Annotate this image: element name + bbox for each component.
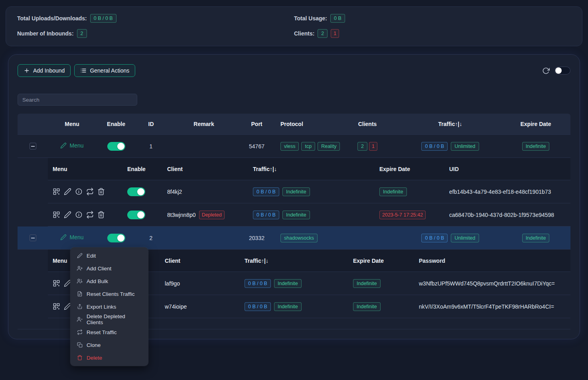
general-actions-button[interactable]: General Actions [74, 64, 135, 77]
col-expire-date: Expire Date [501, 121, 570, 127]
info-icon [75, 211, 83, 219]
menu-item-export-links[interactable]: Export Links [72, 300, 146, 313]
refresh-button[interactable] [542, 67, 550, 75]
menu-item-reset-traffic[interactable]: Reset Traffic [72, 326, 146, 339]
clients-table-header: Menu Enable Client Traffic↑|↓ Expire Dat… [48, 158, 570, 180]
trash-icon [97, 211, 105, 219]
depleted-badge: Depleted [199, 211, 225, 219]
stat-clients: Clients: 2 1 [294, 29, 571, 38]
reset-client-traffic-button[interactable] [86, 188, 94, 195]
col-password: Password [413, 258, 570, 264]
client-info-button[interactable] [75, 188, 83, 195]
col-id: ID [136, 121, 166, 127]
stat-inbounds-label: Number of Inbounds: [17, 30, 74, 37]
inbound-port: 54767 [242, 143, 272, 150]
refresh-icon [542, 67, 550, 75]
stat-uploads-value-badge: 0 B / 0 B [90, 14, 116, 23]
menu-item-add-client[interactable]: Add Client [72, 262, 146, 275]
menu-item-reset-clients-traffic[interactable]: Reset Clients Traffic [72, 287, 146, 300]
stat-number-of-inbounds: Number of Inbounds: 2 [17, 29, 294, 38]
col-menu: Menu [48, 121, 96, 127]
col-port: Port [242, 121, 272, 127]
col-traffic[interactable]: Traffic↑|↓ [399, 121, 501, 127]
qr-code-button[interactable] [53, 211, 60, 219]
add-inbound-button[interactable]: Add Inbound [18, 64, 71, 77]
edit-client-button[interactable] [64, 211, 71, 219]
client-info-button[interactable] [75, 211, 83, 219]
qr-code-button[interactable] [53, 188, 60, 195]
inbound-row-1: Menu 1 54767 vless tcp Reality 2 1 0 B /… [18, 135, 570, 158]
traffic-badge: 0 B / 0 B [245, 279, 271, 288]
client-enable-toggle[interactable] [127, 187, 145, 196]
traffic-limit-badge: Indefinite [274, 302, 302, 311]
traffic-limit-badge: Indefinite [282, 211, 310, 219]
edit-icon [60, 142, 67, 149]
col-traffic[interactable]: Traffic↑|↓ [237, 258, 345, 264]
collapse-row-button[interactable] [30, 234, 36, 241]
menu-item-add-bulk[interactable]: Add Bulk [72, 275, 146, 287]
client-enable-toggle[interactable] [127, 211, 145, 219]
client-password: nkV/I/3XoAm9v6xMT/T5lcrF4TpeTKF98rHARbRo… [413, 303, 570, 310]
menu-item-clone[interactable]: Clone [72, 339, 146, 351]
stat-clients-depleted-badge: 1 [331, 29, 339, 38]
client-row: 8t3wjnn8p0 Depleted 0 B / 0 B Indefinite… [48, 203, 570, 226]
menu-item-delete-depleted-clients[interactable]: Delete Depleted Clients [72, 313, 146, 326]
col-expire-date: Expire Date [345, 258, 413, 264]
stat-usage-value-badge: 0 B [330, 14, 345, 23]
edit-icon [64, 211, 71, 219]
inbound-context-menu: Edit Add Client Add Bulk Reset Clients T… [70, 247, 148, 366]
collapse-row-button[interactable] [30, 143, 36, 150]
enable-toggle[interactable] [107, 234, 125, 242]
edit-client-button[interactable] [64, 188, 71, 195]
inbound-menu-label: Menu [69, 142, 83, 149]
qr-code-button[interactable] [53, 303, 60, 310]
export-icon [77, 304, 83, 309]
copy-icon [77, 342, 83, 348]
inbound-menu-trigger[interactable]: Menu [60, 142, 83, 149]
qr-code-button[interactable] [53, 280, 60, 287]
enable-toggle[interactable] [107, 142, 125, 151]
protocol-tag: vless [280, 142, 299, 151]
traffic-limit-badge: Unlimited [451, 142, 479, 151]
delete-client-button[interactable] [97, 211, 105, 219]
stat-total-uploads-downloads: Total Uploads/Downloads: 0 B / 0 B [17, 14, 294, 23]
reset-client-traffic-button[interactable] [86, 211, 94, 219]
col-client: Client [160, 166, 246, 172]
inbound-id: 1 [136, 143, 166, 150]
client-actions [48, 188, 122, 195]
edit-icon [60, 234, 67, 240]
client-name: 8t3wjnn8p0 [167, 212, 196, 218]
traffic-badge: 0 B / 0 B [421, 234, 448, 242]
dark-mode-toggle[interactable] [554, 67, 570, 75]
general-actions-label: General Actions [90, 67, 129, 74]
inbounds-panel: Add Inbound General Actions Menu Enable … [8, 54, 580, 339]
traffic-limit-badge: Unlimited [451, 234, 479, 242]
stat-clients-active-badge: 2 [318, 29, 328, 38]
info-icon [75, 188, 83, 195]
col-menu: Menu [48, 166, 122, 172]
col-clients: Clients [335, 121, 399, 127]
stat-inbounds-value-badge: 2 [77, 29, 87, 38]
client-name: laf9go [165, 280, 180, 287]
expire-badge: Indefinite [353, 302, 381, 311]
client-password: w3NfbzUPf5WWd745Q8pvsmQrdrttT2IO6knuI7Di… [413, 280, 570, 287]
protocol-tag: tcp [301, 142, 315, 151]
list-menu-icon [80, 67, 87, 74]
reset-traffic-icon [86, 188, 94, 195]
col-traffic[interactable]: Traffic↑|↓ [246, 166, 371, 172]
trash-icon [77, 355, 83, 360]
menu-item-delete[interactable]: Delete [72, 351, 146, 364]
inbounds-table: Menu Enable ID Remark Port Protocol Clie… [18, 114, 570, 329]
inbounds-table-header: Menu Enable ID Remark Port Protocol Clie… [18, 114, 570, 135]
expire-badge: 2023-5-7 17:25:42 [379, 211, 426, 219]
inbound-menu-trigger[interactable]: Menu [60, 234, 83, 240]
traffic-badge: 0 B / 0 B [245, 302, 271, 311]
delete-client-button[interactable] [97, 188, 105, 195]
stat-total-usage: Total Usage: 0 B [294, 14, 571, 23]
menu-item-edit[interactable]: Edit [72, 249, 146, 262]
traffic-limit-badge: Indefinite [274, 279, 302, 288]
stat-usage-label: Total Usage: [294, 15, 327, 22]
stat-clients-label: Clients: [294, 30, 314, 37]
clients-depleted-badge: 1 [369, 142, 377, 151]
search-input[interactable] [18, 94, 137, 106]
